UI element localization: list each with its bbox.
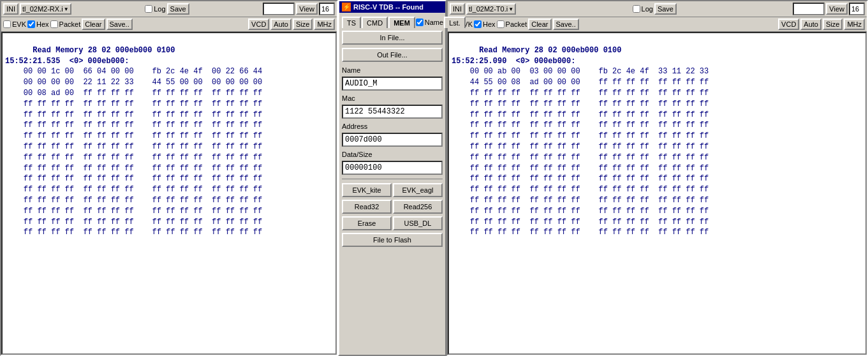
name-label: Name bbox=[342, 66, 443, 74]
tab-cmd[interactable]: CMD bbox=[362, 17, 388, 28]
left-hex-header1: Read Memory 28 02 000eb000 0100 bbox=[33, 46, 175, 55]
dialog-tab-row: TS CMD MEM Name Lst. bbox=[342, 17, 443, 28]
tab-mem[interactable]: MEM bbox=[388, 17, 415, 28]
evk-kite-button[interactable]: EVK_kite bbox=[342, 183, 392, 197]
left-vcd-button[interactable]: VCD bbox=[248, 19, 269, 30]
file-to-flash-button[interactable]: File to Flash bbox=[342, 233, 443, 247]
name-input[interactable] bbox=[342, 77, 443, 91]
erase-button[interactable]: Erase bbox=[342, 216, 392, 230]
right-auto-button[interactable]: Auto bbox=[800, 19, 821, 30]
right-view-value[interactable] bbox=[849, 3, 865, 15]
mac-label: Mac bbox=[342, 94, 443, 102]
right-log-checkbox[interactable] bbox=[633, 5, 640, 13]
right-hex-checkbox[interactable] bbox=[474, 20, 482, 28]
left-view-button[interactable]: View bbox=[296, 3, 318, 15]
right-packet-checkbox[interactable] bbox=[497, 20, 504, 28]
left-hex-display: Read Memory 28 02 000eb000 0100 15:52:21… bbox=[1, 32, 337, 355]
left-packet-checkbox[interactable] bbox=[50, 20, 58, 28]
in-file-button[interactable]: In File... bbox=[342, 31, 443, 45]
left-hex-header2: 15:52:21.535 <0> 000eb000: bbox=[5, 57, 129, 66]
left-savedots-button[interactable]: Save.. bbox=[107, 19, 133, 30]
right-hex-checkbox-label: Hex bbox=[474, 20, 496, 28]
left-device-dropdown[interactable]: tl_02M2-RX.i ▼ bbox=[20, 3, 71, 15]
left-hex-checkbox-label: Hex bbox=[27, 20, 49, 28]
right-toolbar-2: EVK Hex Packet Clear Save.. VCD Auto Siz… bbox=[448, 17, 867, 32]
left-size-button[interactable]: Size bbox=[293, 19, 313, 30]
read256-button[interactable]: Read256 bbox=[393, 200, 443, 214]
left-hex-data: 00 00 1c 00 66 04 00 00 fb 2c 4e 4f 00 2… bbox=[5, 67, 262, 237]
data-size-input[interactable] bbox=[342, 161, 443, 175]
right-mhz-button[interactable]: MHz bbox=[844, 19, 865, 30]
right-size-button[interactable]: Size bbox=[823, 19, 842, 30]
usb-dl-button[interactable]: USB_DL bbox=[393, 216, 443, 230]
separator-1 bbox=[342, 179, 443, 179]
left-evk-checkbox-label: EVK bbox=[3, 20, 26, 28]
dialog-title-text: RISC-V TDB -- Found bbox=[353, 3, 423, 11]
address-label: Address bbox=[342, 122, 443, 130]
dialog-name-checkbox[interactable] bbox=[416, 19, 423, 26]
left-evk-checkbox[interactable] bbox=[3, 20, 11, 28]
address-input[interactable] bbox=[342, 133, 443, 147]
chevron-down-icon: ▼ bbox=[64, 6, 69, 12]
left-packet-checkbox-label: Packet bbox=[50, 20, 81, 28]
right-view-input[interactable] bbox=[793, 3, 825, 15]
tab-ts[interactable]: TS bbox=[342, 17, 361, 28]
right-hex-header2: 15:52:25.090 <0> 000eb000: bbox=[452, 57, 575, 66]
left-toolbar-1: INI tl_02M2-RX.i ▼ Log Save View bbox=[1, 1, 337, 17]
left-clear-button[interactable]: Clear bbox=[82, 19, 105, 30]
dialog-spacer bbox=[342, 250, 443, 352]
left-log-checkbox-label: Log bbox=[145, 5, 165, 13]
left-ini-button[interactable]: INI bbox=[3, 3, 18, 15]
dialog-icon: ⚡ bbox=[342, 3, 351, 11]
tab-lst[interactable]: Lst. bbox=[444, 17, 466, 28]
right-clear-button[interactable]: Clear bbox=[528, 19, 551, 30]
left-auto-button[interactable]: Auto bbox=[270, 19, 291, 30]
out-file-button[interactable]: Out File... bbox=[342, 48, 443, 62]
left-panel: INI tl_02M2-RX.i ▼ Log Save View EVK bbox=[0, 0, 338, 356]
right-hex-display: Read Memory 28 02 000eb000 0100 15:52:25… bbox=[448, 32, 867, 355]
mac-input[interactable] bbox=[342, 105, 443, 119]
right-chevron-down-icon: ▼ bbox=[508, 6, 513, 12]
read-button-row: Read32 Read256 bbox=[342, 200, 443, 214]
erase-button-row: Erase USB_DL bbox=[342, 216, 443, 230]
right-vcd-button[interactable]: VCD bbox=[778, 19, 799, 30]
evk-button-row: EVK_kite EVK_eagl bbox=[342, 183, 443, 197]
left-save-button[interactable]: Save bbox=[167, 3, 189, 15]
right-hex-header1: Read Memory 28 02 000eb000 0100 bbox=[479, 46, 621, 55]
right-device-dropdown[interactable]: tl_02M2-T0.i ▼ bbox=[466, 3, 516, 15]
left-toolbar-2: EVK Hex Packet Clear Save.. VCD Auto Siz… bbox=[1, 17, 337, 32]
main-container: INI tl_02M2-RX.i ▼ Log Save View EVK bbox=[0, 0, 868, 356]
right-toolbar-1: INI tl_02M2-T0.i ▼ Log Save View bbox=[448, 1, 867, 17]
dialog-name-checkbox-label: Name bbox=[416, 17, 443, 28]
left-hex-checkbox[interactable] bbox=[27, 20, 35, 28]
left-mhz-button[interactable]: MHz bbox=[314, 19, 335, 30]
right-log-checkbox-label: Log bbox=[633, 5, 653, 13]
left-view-value[interactable] bbox=[319, 3, 335, 15]
left-log-checkbox[interactable] bbox=[145, 5, 152, 13]
right-view-button[interactable]: View bbox=[826, 3, 848, 15]
right-savedots-button[interactable]: Save.. bbox=[553, 19, 579, 30]
right-save-button[interactable]: Save bbox=[654, 3, 677, 15]
dialog-panel: ⚡ RISC-V TDB -- Found TS CMD MEM Name Ls… bbox=[338, 0, 446, 356]
right-packet-checkbox-label: Packet bbox=[497, 20, 527, 28]
left-view-input[interactable] bbox=[263, 3, 295, 15]
right-panel: INI tl_02M2-T0.i ▼ Log Save View EVK bbox=[446, 0, 868, 356]
dialog-title-bar: ⚡ RISC-V TDB -- Found bbox=[339, 1, 445, 13]
right-ini-button[interactable]: INI bbox=[450, 3, 465, 15]
data-size-label: Data/Size bbox=[342, 151, 443, 158]
right-hex-data: 00 00 ab 00 03 00 00 00 fb 2c 4e 4f 33 1… bbox=[452, 67, 709, 237]
evk-eagle-button[interactable]: EVK_eagl bbox=[393, 183, 443, 197]
read32-button[interactable]: Read32 bbox=[342, 200, 392, 214]
